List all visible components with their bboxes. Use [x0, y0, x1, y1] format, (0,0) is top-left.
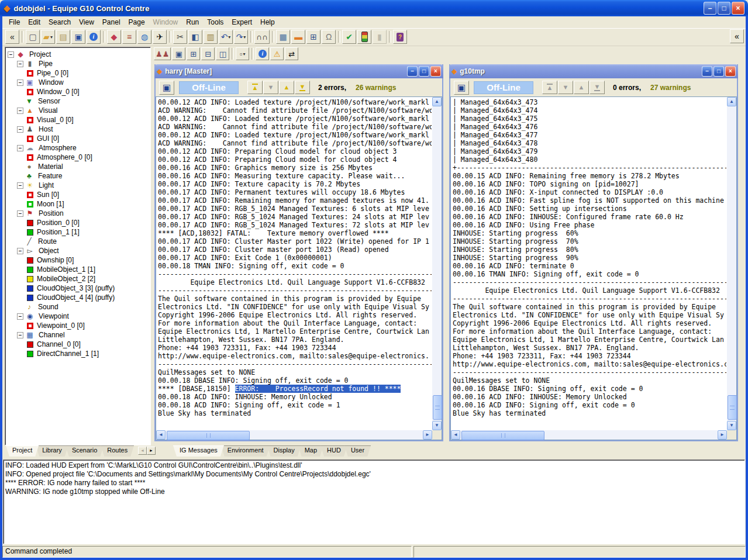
paste-icon[interactable]: ▥ — [204, 30, 218, 44]
collapse-chevron-icon[interactable]: « — [5, 30, 19, 44]
check-icon[interactable]: ✔ — [342, 30, 356, 44]
tree-item[interactable]: − ♟ Host — [5, 125, 150, 134]
panel-tab[interactable]: Project — [6, 445, 39, 457]
log-view[interactable]: 00.00.12 ACD INFO: Loaded texture /proje… — [156, 96, 442, 440]
scroll-thumb[interactable] — [461, 431, 544, 440]
harry-log[interactable]: 00.00.12 ACD INFO: Loaded texture /proje… — [158, 98, 432, 430]
warning-icon[interactable]: ⚠ — [270, 47, 284, 60]
copy-icon[interactable]: ◧ — [188, 30, 202, 44]
new-document-icon[interactable]: ▢ — [26, 30, 40, 44]
cascade-windows-icon[interactable]: ▣ — [172, 47, 185, 60]
find-binoculars-icon[interactable]: ∩∩ — [254, 30, 270, 44]
airplane-icon[interactable]: ✈ — [153, 30, 167, 44]
network-computer-icon[interactable]: ▦ — [276, 30, 290, 44]
scroll-thumb[interactable] — [167, 431, 250, 440]
view-tab[interactable]: User — [344, 445, 371, 457]
help-book-icon[interactable]: ? — [393, 30, 407, 44]
scroll-thumb[interactable] — [728, 395, 737, 420]
tree-item[interactable]: − ⚑ Position — [5, 209, 150, 218]
tree-item[interactable]: MobileObject_2 [2] — [5, 274, 150, 284]
g10tmp-log[interactable]: | Managed_64x64x3_473| Managed_64x64x3_4… — [453, 98, 726, 430]
tree-item[interactable]: Visual_0 [0] — [5, 115, 150, 125]
menu-item[interactable]: Search — [44, 17, 75, 27]
prev-down-icon[interactable]: ▼ — [558, 81, 573, 94]
tree-expander[interactable]: − — [17, 108, 23, 114]
menu-item[interactable]: Help — [256, 17, 279, 27]
tree-item[interactable]: − ▣ Window — [5, 78, 150, 87]
sep[interactable] — [389, 31, 391, 43]
dropdown-caret-icon[interactable]: ▾ — [228, 34, 230, 40]
tree-item[interactable]: − ◉ Viewpoint — [5, 312, 150, 321]
tree-item[interactable]: − ▻ Object — [5, 246, 150, 255]
tree-expander[interactable]: − — [17, 61, 23, 67]
project-icon[interactable]: ◆ — [107, 30, 121, 44]
view-tab[interactable]: Map — [298, 445, 323, 457]
last-error-down-icon[interactable]: ▼ — [295, 81, 310, 94]
tree-expander[interactable]: − — [8, 51, 14, 58]
minimize-button[interactable]: – — [702, 66, 712, 77]
tree-item[interactable]: GUI [0] — [5, 134, 150, 143]
tree-item[interactable]: DirectChannel_1 [1] — [5, 349, 150, 358]
tree-item[interactable]: Ownship [0] — [5, 255, 150, 265]
dropdown-caret-icon[interactable]: ▾ — [50, 34, 53, 40]
traffic-light-icon[interactable] — [357, 30, 371, 44]
open-file-icon[interactable]: ▰▾ — [41, 30, 55, 44]
last-error-down-icon[interactable]: ▼ — [590, 81, 605, 94]
tree-expander[interactable]: − — [17, 248, 23, 254]
sep[interactable] — [103, 31, 105, 43]
sep[interactable] — [232, 48, 233, 60]
tree-item[interactable]: Moon [1] — [5, 199, 150, 209]
info-icon[interactable]: i — [87, 30, 101, 44]
sep[interactable] — [169, 31, 171, 43]
first-error-up-icon[interactable]: ▲ — [542, 81, 557, 94]
menu-item[interactable]: File — [5, 17, 24, 27]
close-button[interactable]: × — [732, 2, 744, 15]
vertical-scrollbar[interactable]: ▲ ▼ — [432, 97, 442, 430]
tree-item[interactable]: − ▮ Pipe — [5, 59, 150, 68]
view-tab[interactable]: Environment — [221, 445, 270, 457]
tree-item[interactable]: Atmosphere_0 [0] — [5, 153, 150, 162]
tree-item[interactable]: Position_1 [1] — [5, 227, 150, 237]
log-view[interactable]: | Managed_64x64x3_473| Managed_64x64x3_4… — [450, 96, 737, 440]
sep[interactable] — [272, 31, 274, 43]
undo-icon[interactable]: ↶▾ — [219, 30, 233, 44]
tab-scroll-left-button[interactable]: ◄ — [138, 447, 147, 455]
scroll-left-arrow[interactable]: ◄ — [156, 430, 166, 440]
dropdown-caret-icon[interactable]: ▾ — [243, 51, 246, 57]
maximize-button[interactable]: □ — [718, 2, 730, 15]
child-title-bar[interactable]: ◆ harry [Master] – □ × — [154, 64, 443, 78]
save-log-button[interactable]: ▣ — [159, 81, 174, 95]
prev-down-icon[interactable]: ▼ — [263, 81, 278, 94]
wrench-icon[interactable]: Ω — [322, 30, 336, 44]
offline-status-button[interactable]: Off-Line — [179, 81, 239, 94]
panel-tab[interactable]: Library — [36, 445, 68, 457]
menu-item[interactable]: Window — [149, 17, 182, 27]
tile-horizontal-icon[interactable]: ⊟ — [201, 47, 215, 60]
tree-item[interactable]: Window_0 [0] — [5, 87, 150, 96]
tree-item[interactable]: − ▦ Channel — [5, 330, 150, 340]
view-tab[interactable]: Display — [267, 445, 301, 457]
sep[interactable] — [251, 48, 253, 60]
globe-icon[interactable]: ◍ — [137, 30, 151, 44]
maximize-button[interactable]: □ — [713, 66, 724, 77]
dropdown-caret-icon[interactable]: ▾ — [243, 34, 246, 40]
horizontal-scrollbar[interactable]: ◄ ► — [451, 430, 727, 440]
tree-item[interactable]: MobileObject_1 [1] — [5, 265, 150, 274]
scroll-up-arrow[interactable]: ▲ — [727, 97, 736, 106]
maximize-button[interactable]: □ — [419, 66, 429, 77]
users-icon[interactable]: ♟♟ — [154, 47, 171, 60]
tab-scroll-right-button[interactable]: ► — [147, 447, 156, 455]
tree-item[interactable]: Channel_0 [0] — [5, 340, 150, 349]
scroll-up-arrow[interactable]: ▲ — [432, 97, 442, 106]
menu-item[interactable]: Expert — [227, 17, 256, 27]
tree-item[interactable]: − ▲ Visual — [5, 106, 150, 115]
scroll-down-arrow[interactable]: ▼ — [432, 421, 442, 430]
panel-tab[interactable]: Routes — [101, 445, 134, 457]
view-tab[interactable]: HUD — [320, 445, 347, 457]
save-log-button[interactable]: ▣ — [454, 81, 469, 95]
sep[interactable] — [250, 31, 252, 43]
tree-item[interactable]: Position_0 [0] — [5, 218, 150, 227]
lamp-icon[interactable]: ▮ — [373, 30, 387, 44]
vertical-scrollbar[interactable]: ▲ ▼ — [727, 97, 736, 430]
tree-item[interactable]: − ☁ Atmosphere — [5, 143, 150, 153]
